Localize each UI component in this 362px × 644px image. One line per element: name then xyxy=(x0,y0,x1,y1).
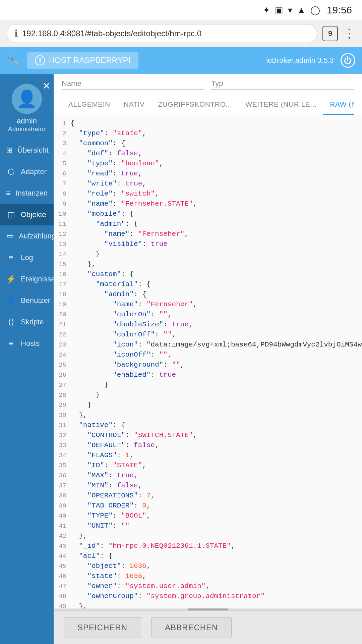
code-line: 1{ xyxy=(54,118,362,128)
status-icons: ✦ ▣ ▾ ▲ ◯ xyxy=(263,5,320,15)
line-content: }, xyxy=(70,531,362,541)
tab-allgemein[interactable]: ALLGEMEIN xyxy=(62,95,117,115)
line-content: "native": { xyxy=(70,420,362,430)
url-text: 192.168.0.4:8081/#tab-objects/editobject… xyxy=(22,29,201,38)
code-line: 41 "UNIT": "" xyxy=(54,521,362,531)
code-editor[interactable]: 1{2 "type": "state",3 "common": {4 "def"… xyxy=(54,115,362,608)
code-line: 33 "DEFAULT": false, xyxy=(54,440,362,450)
sidebar-item-log[interactable]: ≡ Log xyxy=(0,247,54,268)
name-field[interactable]: Name xyxy=(62,79,204,90)
line-content: "mobile": { xyxy=(70,209,362,219)
sidebar-label-ereignisse: Ereignisse xyxy=(21,275,55,283)
sidebar-item-adapter[interactable]: ⬡ Adapter xyxy=(0,161,54,182)
wrench-icon: 🔧 xyxy=(7,54,20,67)
line-number: 21 xyxy=(54,320,70,330)
line-content: "MAX": true, xyxy=(70,471,362,481)
save-button[interactable]: SPEICHERN xyxy=(64,617,141,638)
tab-raw[interactable]: RAW (NUR EXPER... xyxy=(323,95,354,115)
line-content: "ownerGroup": "system.group.administrato… xyxy=(70,591,362,601)
code-line: 24 "iconOff": "", xyxy=(54,350,362,360)
log-icon: ≡ xyxy=(6,253,16,262)
typ-field[interactable]: Typ xyxy=(211,79,354,90)
line-content: "ID": "STATE", xyxy=(70,461,362,471)
sidebar-role: Administrator xyxy=(8,125,46,133)
sidebar-item-ubersicht[interactable]: ⊞ Übersicht xyxy=(0,140,54,161)
line-number: 33 xyxy=(54,440,70,450)
code-line: 21 "doubleSize": true, xyxy=(54,320,362,330)
sidebar-item-instanzen[interactable]: ≡ Instanzen xyxy=(0,182,54,204)
sidebar-item-objekte[interactable]: ◫ Objekte xyxy=(0,204,54,225)
line-number: 28 xyxy=(54,390,70,400)
info-icon: ℹ xyxy=(14,28,18,39)
line-number: 2 xyxy=(54,128,70,139)
line-content: "iconOff": "", xyxy=(70,350,362,360)
content-header: Name Typ ALLGEMEIN NATIV ZUGRIFFSKONT xyxy=(54,74,362,115)
code-line: 17 "material": { xyxy=(54,279,362,289)
sidebar-item-benutzer[interactable]: 👤 Benutzer xyxy=(0,290,54,311)
code-line: 31 "native": { xyxy=(54,420,362,430)
battery-icon: ◯ xyxy=(310,5,320,15)
line-number: 44 xyxy=(54,551,70,561)
code-line: 7 "write": true, xyxy=(54,179,362,189)
code-line: 19 "name": "Fernseher", xyxy=(54,300,362,310)
sidebar-label-benutzer: Benutzer xyxy=(21,296,50,305)
line-content: "admin": { xyxy=(70,219,362,229)
close-icon[interactable]: ✕ xyxy=(43,80,50,92)
version-label: ioBroker.admin 3.5.3 xyxy=(266,56,334,65)
benutzer-icon: 👤 xyxy=(6,296,16,305)
code-line: 30 }, xyxy=(54,410,362,420)
code-line: 34 "FLAGS": 1, xyxy=(54,450,362,461)
line-content: "FLAGS": 1, xyxy=(70,450,362,461)
line-number: 12 xyxy=(54,229,70,239)
sidebar-item-ereignisse[interactable]: ⚡ Ereignisse xyxy=(0,268,54,290)
app-container: 🔧 ℹ HOST RASPBERRYPI ioBroker.admin 3.5.… xyxy=(0,47,362,644)
sidebar-item-aufzahlungen[interactable]: ≔ Aufzählungen xyxy=(0,225,54,247)
line-number: 36 xyxy=(54,471,70,481)
sidebar-item-hosts[interactable]: ≡ Hosts xyxy=(0,333,54,354)
tab-weitere[interactable]: WEITERE (NUR LE... xyxy=(239,95,323,115)
cancel-button[interactable]: ABBRECHEN xyxy=(151,617,232,638)
code-line: 45 "object": 1636, xyxy=(54,561,362,571)
line-content: "common": { xyxy=(70,139,362,149)
host-button[interactable]: ℹ HOST RASPBERRYPI xyxy=(27,52,138,69)
line-content: "name": "Fernseher.STATE", xyxy=(70,199,362,209)
line-number: 26 xyxy=(54,370,70,380)
line-content: "colorOff": "", xyxy=(70,330,362,340)
line-content: } xyxy=(70,380,362,390)
line-number: 5 xyxy=(54,159,70,169)
tab-count[interactable]: 9 xyxy=(322,26,338,41)
tab-zugriffskontro[interactable]: ZUGRIFFSKONTRO... xyxy=(152,95,239,115)
wifi-icon: ▾ xyxy=(288,5,292,15)
app-header: 🔧 ℹ HOST RASPBERRYPI ioBroker.admin 3.5.… xyxy=(0,47,362,74)
line-number: 45 xyxy=(54,561,70,571)
line-number: 8 xyxy=(54,189,70,199)
line-number: 37 xyxy=(54,481,70,491)
power-button[interactable]: ⏻ xyxy=(341,53,355,68)
line-number: 4 xyxy=(54,149,70,159)
browser-menu-icon[interactable]: ⋮ xyxy=(343,26,355,41)
line-number: 13 xyxy=(54,239,70,249)
line-number: 35 xyxy=(54,461,70,471)
line-number: 1 xyxy=(54,118,70,128)
code-line: 35 "ID": "STATE", xyxy=(54,461,362,471)
line-content: "state": 1636, xyxy=(70,571,362,581)
typ-label: Typ xyxy=(211,79,223,88)
line-number: 49 xyxy=(54,601,70,608)
line-content: "custom": { xyxy=(70,269,362,279)
sidebar-label-ubersicht: Übersicht xyxy=(17,146,49,155)
line-number: 7 xyxy=(54,179,70,189)
url-box[interactable]: ℹ 192.168.0.4:8081/#tab-objects/editobje… xyxy=(7,24,317,43)
instanzen-icon: ≡ xyxy=(6,189,11,198)
sidebar-item-skripte[interactable]: ⟨⟩ Skripte xyxy=(0,311,54,333)
line-content: "name": "Fernseher", xyxy=(70,229,362,239)
tab-nativ[interactable]: NATIV xyxy=(117,95,152,115)
host-label: HOST RASPBERRYPI xyxy=(49,56,130,65)
code-line: 14 } xyxy=(54,249,362,259)
code-line: 13 "visible": true xyxy=(54,239,362,249)
sidebar-label-log: Log xyxy=(21,253,33,262)
code-line: 48 "ownerGroup": "system.group.administr… xyxy=(54,591,362,601)
line-number: 25 xyxy=(54,360,70,370)
line-content: } xyxy=(70,400,362,410)
line-number: 22 xyxy=(54,330,70,340)
line-content: "icon": "data:image/svg+xml;base64,PD94b… xyxy=(70,340,362,350)
